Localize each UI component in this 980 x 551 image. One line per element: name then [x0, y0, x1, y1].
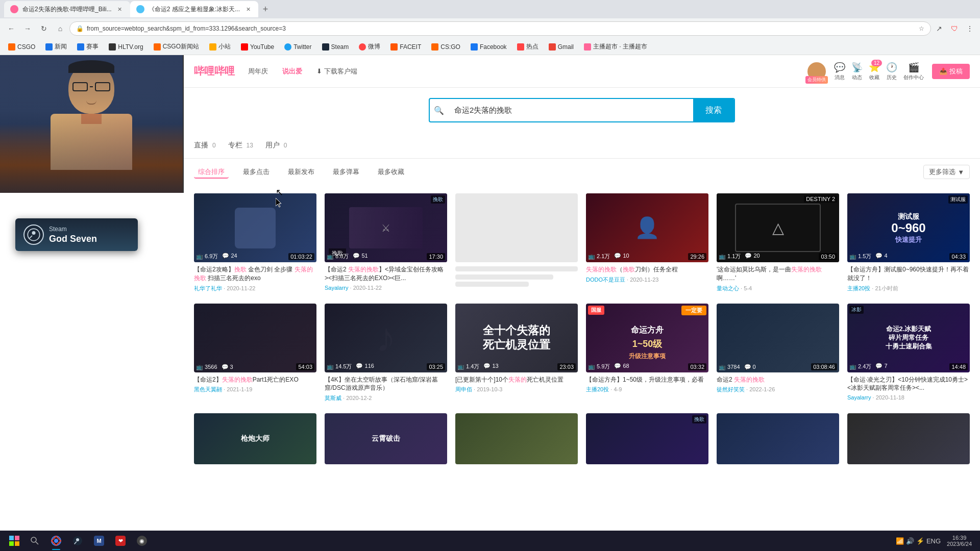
clock-date: 2023/6/24: [947, 541, 972, 547]
collection-icon[interactable]: ⭐ 收藏 12: [869, 62, 880, 81]
bookmark-twitter[interactable]: Twitter: [280, 42, 315, 52]
tab-2-close[interactable]: ✕: [244, 5, 252, 13]
more-filter-button[interactable]: 更多筛选 ▼: [923, 165, 970, 179]
video-card-16[interactable]: 挽歌: [586, 413, 708, 464]
tab-1[interactable]: 命运2失落的挽歌·哔哩哔哩_Bili... ✕: [4, 1, 130, 17]
nav-anniversary[interactable]: 周年庆: [245, 65, 271, 78]
tab-2[interactable]: 《命运2 感应之量相显象:冰影天... ✕: [130, 1, 258, 17]
tab-user-label: 用户: [265, 141, 280, 149]
upload-button[interactable]: 📤 投稿: [932, 64, 970, 79]
forward-button[interactable]: →: [20, 21, 35, 36]
filter-most-danmu[interactable]: 最多弹幕: [329, 165, 363, 179]
video-card-5[interactable]: △ DESTINY 2 📺 1.1万💬 20 03:50 '这命运如莫比乌斯，是…: [717, 193, 839, 295]
settings-icon[interactable]: ⋮: [964, 22, 976, 35]
bookmark-faceit[interactable]: FACEIT: [386, 42, 425, 52]
bookmark-xiaozhan[interactable]: 小站: [205, 41, 235, 52]
home-button[interactable]: ⌂: [53, 21, 67, 36]
steam-label: Steam: [331, 43, 349, 51]
video-thumb-9: 全十个失落的死亡机灵位置 📺 1.4万💬 13 23:03: [455, 304, 578, 372]
bookmark-csgo2[interactable]: CS:GO: [427, 42, 464, 52]
bookmark-gmail[interactable]: Gmail: [545, 42, 578, 52]
video-card-2[interactable]: 挽歌 挽歌 ⚔ 📺 8.8万💬 51 17:30 【命运2 失落的挽歌】<异域金…: [325, 193, 447, 295]
video-card-15[interactable]: [455, 413, 578, 464]
bookmark-news[interactable]: 新闻: [41, 41, 71, 52]
bookmark-steam[interactable]: Steam: [318, 42, 353, 52]
taskbar-search-icon[interactable]: [24, 531, 45, 551]
bookmark-youtube[interactable]: YouTube: [237, 42, 278, 52]
video-card-7[interactable]: 📺 3566💬 3 54:03 【命运2】失落的挽歌Part1死亡的EXO 黑色…: [194, 304, 316, 406]
star-icon[interactable]: ☆: [919, 25, 924, 32]
bili-logo[interactable]: 哔哩哔哩: [194, 64, 235, 78]
creator-center-icon[interactable]: 🎬 创作中心: [903, 62, 924, 81]
video-7-views: 📺 3566💬 3: [196, 364, 233, 370]
bookmark-csgo[interactable]: CSGO: [4, 42, 39, 52]
lang-icon[interactable]: ENG: [926, 537, 941, 545]
tab-bar: 命运2失落的挽歌·哔哩哔哩_Bili... ✕ 《命运2 感应之量相显象:冰影天…: [0, 0, 980, 18]
filter-comprehensive[interactable]: 综合排序: [194, 165, 229, 179]
bookmark-anchor[interactable]: 主播超市 · 主播超市: [580, 41, 651, 52]
video-card-10[interactable]: 国服 一定要 命运方舟 1~50级 升级注意事项 📺 5.9万💬 68 03:3…: [586, 304, 708, 406]
back-button[interactable]: ←: [4, 21, 18, 36]
reload-button[interactable]: ↻: [37, 21, 51, 36]
tab-live[interactable]: 直播 0: [194, 139, 216, 152]
video-card-3[interactable]: [455, 193, 578, 295]
user-avatar[interactable]: 会员特供: [807, 62, 826, 81]
video-card-12[interactable]: 冰影 命运2.冰影天赋碎片周常任务十勇士速刷合集 📺 2.4万💬 7 14:48…: [847, 304, 970, 406]
network-icon[interactable]: 📶: [896, 537, 904, 545]
tab-user[interactable]: 用户 0: [265, 139, 287, 152]
video-card-8[interactable]: ♪ 📺 14.5万💬 116 03:25 【4K】坐在太空听故事（深石地窟/深岩…: [325, 304, 447, 406]
video-7-info: 【命运2】失落的挽歌Part1死亡的EXO 黑色天翼翮 · 2021-1-19: [194, 372, 316, 397]
video-card-1[interactable]: 📺 6.9万💬 24 01:03:22 【命运2攻略】挽歌 金色刀剑 全步骤 失…: [194, 193, 316, 295]
match-label: 赛事: [86, 42, 99, 51]
video-9-views: 📺 1.4万💬 13: [457, 363, 499, 370]
nav-download[interactable]: ⬇下载客户端: [313, 65, 360, 78]
address-bar[interactable]: 🔒 from_source=webtop_search&spm_id_from=…: [69, 21, 931, 36]
search-input[interactable]: [448, 99, 693, 121]
bookmark-csgo-news[interactable]: CSGO新闻站: [150, 41, 203, 52]
extensions-icon[interactable]: 🛡: [948, 22, 961, 35]
filter-newest[interactable]: 最新发布: [284, 165, 318, 179]
video-card-9[interactable]: 全十个失落的死亡机灵位置 📺 1.4万💬 13 23:03 [已更新第十个]10…: [455, 304, 578, 406]
taskbar-clock[interactable]: 16:39 2023/6/24: [943, 535, 976, 547]
tab-column[interactable]: 专栏 13: [228, 139, 253, 152]
video-card-14[interactable]: 云霄破击: [325, 413, 447, 464]
history-icon[interactable]: 🕐 历史: [886, 62, 897, 81]
video-thumb-13: 枪炮大师: [194, 413, 316, 464]
taskbar: M ❤ ◉ 📶 🔊 ⚡ ENG 16:39 2023/6/24: [0, 531, 980, 551]
bookmark-facebook[interactable]: Facebook: [467, 42, 511, 52]
bookmark-hltv[interactable]: HLTV.org: [105, 42, 147, 52]
download-icon: ⬇: [316, 67, 322, 75]
taskbar-extra-2[interactable]: ❤: [110, 531, 131, 551]
anchor-favicon: [584, 43, 591, 51]
bookmark-hotspot[interactable]: 热点: [513, 41, 543, 52]
filter-most-collected[interactable]: 最多收藏: [374, 165, 408, 179]
taskbar-extra-3[interactable]: ◉: [132, 531, 152, 551]
battery-icon[interactable]: ⚡: [916, 537, 924, 545]
bookmark-weibo[interactable]: 微博: [355, 41, 384, 52]
share-icon[interactable]: ↗: [933, 22, 945, 35]
volume-icon[interactable]: 🔊: [906, 537, 914, 545]
tab-1-close[interactable]: ✕: [116, 5, 124, 13]
nav-love[interactable]: 说出爱: [279, 65, 305, 78]
taskbar-chrome-icon[interactable]: [46, 531, 66, 551]
video-card-4[interactable]: 👤 📺 2.1万💬 10 29:26 失落的挽歌（挽歌刀剑）任务全程 DODO不…: [586, 193, 708, 295]
filter-most-clicked[interactable]: 最多点击: [239, 165, 274, 179]
bili-nav: 周年庆 说出爱 ⬇下载客户端: [245, 65, 360, 78]
new-tab-button[interactable]: +: [258, 2, 273, 16]
search-button[interactable]: 搜索: [693, 99, 734, 121]
svg-point-1: [32, 231, 36, 235]
start-button[interactable]: [4, 531, 24, 551]
video-9-duration: 23:03: [557, 363, 576, 370]
taskbar-extra-1[interactable]: M: [89, 531, 109, 551]
video-thumb-8: ♪ 📺 14.5万💬 116 03:25: [325, 304, 447, 372]
taskbar-steam-icon[interactable]: [67, 531, 88, 551]
video-card-13[interactable]: 枪炮大师: [194, 413, 316, 464]
dynamic-icon[interactable]: 📡 动态: [851, 62, 863, 81]
message-icon[interactable]: 💬 消息: [834, 62, 845, 81]
video-card-18[interactable]: [847, 413, 970, 464]
video-thumb-18: [847, 413, 970, 464]
video-card-17[interactable]: [717, 413, 839, 464]
bookmark-match[interactable]: 赛事: [73, 41, 103, 52]
video-card-6[interactable]: 测试服 0~960 快速提升 📺 1.5万💬 4 04:33 测试服 【命运方舟…: [847, 193, 970, 295]
video-card-11[interactable]: 📺 3784💬 0 03:08:46 命运2 失落的挽歌 徒然好笑笑 · 202…: [717, 304, 839, 406]
